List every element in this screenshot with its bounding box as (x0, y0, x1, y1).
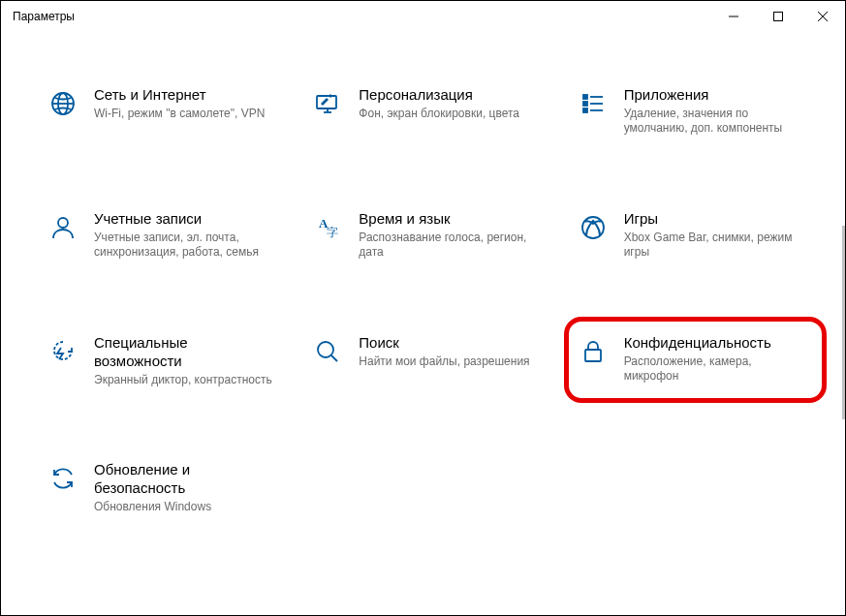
content-area: Сеть и Интернет Wi-Fi, режим "в самолете… (1, 32, 845, 615)
tile-texts: Время и язык Распознавание голоса, регио… (359, 210, 538, 261)
svg-rect-22 (585, 350, 601, 361)
tile-texts: Игры Xbox Game Bar, снимки, режим игры (624, 210, 803, 261)
tile-texts: Сеть и Интернет Wi-Fi, режим "в самолете… (94, 86, 273, 121)
tile-title: Учетные записи (94, 210, 273, 229)
window-title: Параметры (13, 10, 75, 23)
svg-point-20 (318, 342, 333, 357)
tile-texts: Персонализация Фон, экран блокировки, цв… (359, 86, 538, 121)
tile-title: Поиск (359, 334, 538, 353)
svg-rect-10 (583, 95, 587, 99)
tile-texts: Конфиденциальность Расположение, камера,… (624, 334, 803, 385)
tile-title: Конфиденциальность (624, 334, 803, 353)
tile-title: Обновление и безопасность (94, 461, 273, 498)
window-controls (711, 1, 845, 32)
svg-text:字: 字 (327, 226, 338, 239)
settings-grid: Сеть и Интернет Wi-Fi, режим "в самолете… (47, 82, 803, 518)
tile-apps[interactable]: Приложения Удаление, значения по умолчан… (578, 82, 803, 140)
tile-privacy[interactable]: Конфиденциальность Расположение, камера,… (578, 330, 803, 391)
tile-gaming[interactable]: Игры Xbox Game Bar, снимки, режим игры (578, 206, 803, 264)
tile-ease-of-access[interactable]: Специальные возможности Экранный диктор,… (47, 330, 273, 391)
scrollbar[interactable] (842, 226, 845, 419)
maximize-button[interactable] (756, 1, 800, 32)
tile-title: Время и язык (359, 210, 538, 229)
tile-title: Приложения (624, 86, 803, 105)
svg-rect-12 (583, 108, 587, 112)
sync-icon (47, 463, 78, 494)
tile-desc: Расположение, камера, микрофон (624, 354, 803, 385)
monitor-brush-icon (312, 88, 343, 119)
tile-time-language[interactable]: A 字 Время и язык Распознавание голоса, р… (312, 206, 538, 264)
tile-desc: Xbox Game Bar, снимки, режим игры (624, 231, 803, 261)
tile-title: Персонализация (359, 86, 538, 105)
tile-texts: Специальные возможности Экранный диктор,… (94, 334, 273, 387)
tile-desc: Распознавание голоса, регион, дата (359, 231, 538, 261)
tile-texts: Поиск Найти мои файлы, разрешения (359, 334, 538, 369)
tile-title: Специальные возможности (94, 334, 273, 371)
list-icon (578, 88, 609, 119)
svg-line-21 (331, 355, 337, 361)
close-button[interactable] (800, 1, 845, 32)
tile-desc: Фон, экран блокировки, цвета (359, 107, 538, 122)
tile-accounts[interactable]: Учетные записи Учетные записи, эл. почта… (47, 206, 273, 264)
globe-icon (47, 88, 78, 119)
tile-title: Сеть и Интернет (94, 86, 273, 105)
tile-texts: Обновление и безопасность Обновления Win… (94, 461, 273, 514)
tile-desc: Экранный диктор, контрастность (94, 373, 273, 388)
lock-icon (578, 336, 609, 367)
tile-title: Игры (624, 210, 803, 229)
tile-desc: Wi-Fi, режим "в самолете", VPN (94, 107, 273, 122)
accessibility-icon (47, 336, 78, 367)
tile-desc: Найти мои файлы, разрешения (359, 354, 538, 370)
tile-network[interactable]: Сеть и Интернет Wi-Fi, режим "в самолете… (47, 82, 273, 140)
tile-desc: Учетные записи, эл. почта, синхронизация… (94, 231, 273, 261)
tile-update-security[interactable]: Обновление и безопасность Обновления Win… (47, 457, 273, 518)
person-icon (47, 212, 78, 243)
xbox-icon (578, 212, 609, 243)
svg-rect-7 (317, 96, 336, 108)
svg-point-16 (58, 218, 68, 228)
tile-texts: Приложения Удаление, значения по умолчан… (624, 86, 803, 137)
svg-rect-11 (583, 102, 587, 106)
language-icon: A 字 (312, 212, 343, 243)
minimize-button[interactable] (711, 1, 756, 32)
svg-rect-1 (774, 13, 783, 21)
tile-desc: Удаление, значения по умолчанию, доп. ко… (624, 107, 803, 137)
tile-desc: Обновления Windows (94, 500, 273, 515)
titlebar: Параметры (1, 1, 845, 32)
tile-personalization[interactable]: Персонализация Фон, экран блокировки, цв… (312, 82, 538, 140)
tile-search[interactable]: Поиск Найти мои файлы, разрешения (312, 330, 538, 391)
search-icon (312, 336, 343, 367)
tile-texts: Учетные записи Учетные записи, эл. почта… (94, 210, 273, 261)
